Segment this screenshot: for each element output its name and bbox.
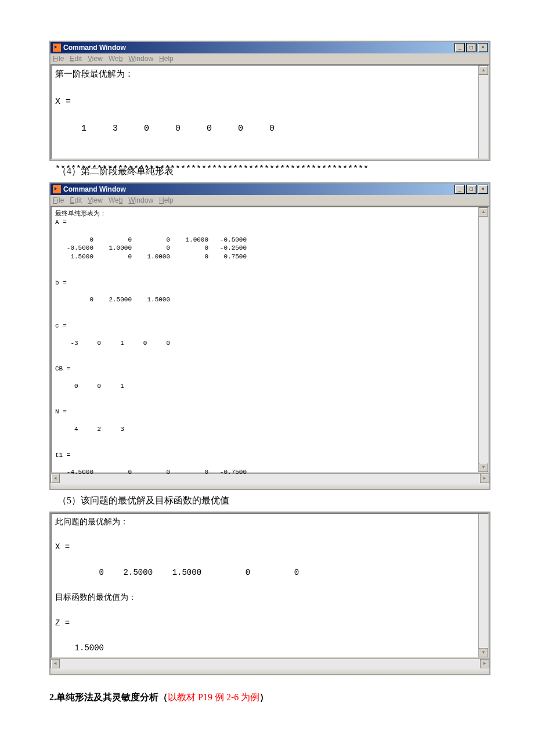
menu-view[interactable]: View: [88, 196, 103, 204]
vertical-scrollbar[interactable]: ▲ ▼: [478, 207, 488, 472]
close-button[interactable]: ×: [478, 185, 488, 194]
window-title: Command Window: [63, 44, 454, 52]
matlab-icon: [53, 44, 61, 52]
minimize-button[interactable]: _: [454, 43, 465, 52]
menu-window[interactable]: Window: [128, 196, 153, 204]
horizontal-scrollbar[interactable]: ◄ ►: [50, 658, 489, 668]
command-window-1: Command Window _ □ × File Edit View Web …: [49, 41, 490, 161]
window-title: Command Window: [63, 185, 454, 193]
menu-edit[interactable]: Edit: [70, 55, 82, 63]
menu-view[interactable]: View: [88, 55, 103, 63]
titlebar[interactable]: Command Window _ □ ×: [50, 42, 489, 53]
statusbar: [50, 483, 489, 489]
scroll-up-icon[interactable]: ▲: [479, 207, 488, 217]
minimize-button[interactable]: _: [454, 185, 465, 194]
menu-help[interactable]: Help: [159, 55, 174, 63]
maximize-button[interactable]: □: [466, 185, 477, 194]
menu-web[interactable]: Web: [109, 55, 122, 63]
scroll-up-icon[interactable]: ▲: [479, 66, 488, 75]
output-panel: 此问题的最优解为： X = 0 2.5000 1.5000 0 0 目标函数的最…: [49, 512, 490, 675]
command-window-2: Command Window _ □ × File Edit View Web …: [49, 182, 490, 490]
console-output: 最终单纯形表为： A = 0 0 0 1.0000 -0.5000 -0.500…: [52, 207, 488, 479]
menu-file[interactable]: File: [53, 55, 64, 63]
statusbar: [50, 668, 489, 674]
menubar: File Edit View Web Window Help: [50, 53, 489, 64]
menubar: File Edit View Web Window Help: [50, 195, 489, 206]
heading-text-red: 以教材 P19 例 2-6 为例: [168, 692, 259, 702]
vertical-scrollbar[interactable]: ▲: [478, 66, 488, 159]
heading-text-pre: 2.单纯形法及其灵敏度分析（: [49, 692, 168, 702]
scroll-left-icon[interactable]: ◄: [50, 659, 60, 668]
menu-web[interactable]: Web: [109, 196, 122, 204]
close-button[interactable]: ×: [478, 43, 488, 52]
scroll-right-icon[interactable]: ►: [480, 659, 489, 668]
titlebar[interactable]: Command Window _ □ ×: [50, 183, 489, 195]
scroll-down-icon[interactable]: ▼: [479, 463, 488, 472]
heading-text-post: ）: [259, 692, 269, 702]
scroll-down-icon[interactable]: ▼: [479, 648, 488, 657]
menu-edit[interactable]: Edit: [70, 196, 82, 204]
menu-file[interactable]: File: [53, 196, 64, 204]
section-heading-2: 2.单纯形法及其灵敏度分析（以教材 P19 例 2-6 为例）: [49, 692, 490, 704]
console-output: 此问题的最优解为： X = 0 2.5000 1.5000 0 0 目标函数的最…: [52, 514, 488, 657]
maximize-button[interactable]: □: [466, 43, 477, 52]
menu-window[interactable]: Window: [128, 55, 153, 63]
menu-help[interactable]: Help: [159, 196, 174, 204]
vertical-scrollbar[interactable]: ▼: [478, 514, 488, 657]
caption-solution: （5）该问题的最优解及目标函数的最优值: [57, 495, 490, 507]
console-output: 第一阶段最优解为： X = 1 3 0 0 0 0 0 ************…: [52, 66, 488, 178]
matlab-icon: [53, 185, 61, 193]
